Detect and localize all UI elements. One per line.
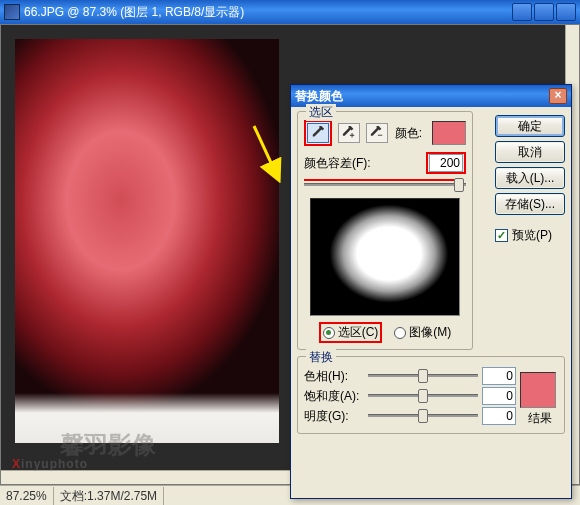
fuzziness-input[interactable]: [429, 154, 463, 172]
dialog-title: 替换颜色: [295, 88, 549, 105]
minimize-button[interactable]: [512, 3, 532, 21]
result-swatch[interactable]: [520, 372, 556, 408]
eyedropper-button[interactable]: [307, 123, 329, 143]
watermark-en: Xinyuphoto: [12, 443, 88, 475]
result-label: 结果: [520, 410, 560, 427]
close-button[interactable]: [556, 3, 576, 21]
app-icon: [4, 4, 20, 20]
eyedropper-plus-icon: [342, 126, 356, 140]
radio-image[interactable]: 图像(M): [394, 322, 451, 343]
replace-group-title: 替换: [306, 349, 336, 366]
selection-group: 选区 颜色:: [297, 111, 473, 350]
doc-size: 文档:1.37M/2.75M: [54, 487, 164, 505]
replace-color-dialog: 替换颜色 × 确定 取消 载入(L)... 存储(S)... ✓ 预览(P) 选…: [290, 84, 572, 499]
main-titlebar[interactable]: 66.JPG @ 87.3% (图层 1, RGB/8/显示器): [0, 0, 580, 24]
saturation-label: 饱和度(A):: [304, 388, 364, 405]
replace-group: 替换 色相(H): 饱和度(A): 明度(G):: [297, 356, 565, 434]
color-swatch[interactable]: [432, 121, 466, 145]
hue-input[interactable]: [482, 367, 516, 385]
radio-selection-dot: [323, 327, 335, 339]
svg-rect-1: [378, 135, 382, 136]
saturation-slider[interactable]: [368, 388, 478, 404]
window-title: 66.JPG @ 87.3% (图层 1, RGB/8/显示器): [24, 4, 512, 21]
eyedropper-minus-icon: [370, 126, 384, 140]
radio-selection[interactable]: 选区(C): [323, 324, 379, 341]
eyedropper-sub-button[interactable]: [366, 123, 388, 143]
fuzziness-slider[interactable]: [304, 176, 466, 194]
radio-image-dot: [394, 327, 406, 339]
fuzziness-label: 颜色容差(F):: [304, 155, 371, 172]
eyedropper-icon: [311, 126, 325, 140]
canvas-image[interactable]: [15, 39, 279, 443]
selection-preview[interactable]: [310, 198, 460, 316]
zoom-level[interactable]: 87.25%: [0, 487, 54, 505]
photoshop-window: 66.JPG @ 87.3% (图层 1, RGB/8/显示器) 87.25% …: [0, 0, 580, 505]
lightness-input[interactable]: [482, 407, 516, 425]
lightness-slider[interactable]: [368, 408, 478, 424]
saturation-input[interactable]: [482, 387, 516, 405]
lightness-label: 明度(G):: [304, 408, 364, 425]
eyedropper-add-button[interactable]: [338, 123, 360, 143]
hue-label: 色相(H):: [304, 368, 364, 385]
annotation-redline: [304, 179, 458, 181]
hue-slider[interactable]: [368, 368, 478, 384]
maximize-button[interactable]: [534, 3, 554, 21]
selection-group-title: 选区: [306, 104, 336, 121]
dialog-close-button[interactable]: ×: [549, 88, 567, 104]
color-label: 颜色:: [395, 125, 422, 142]
